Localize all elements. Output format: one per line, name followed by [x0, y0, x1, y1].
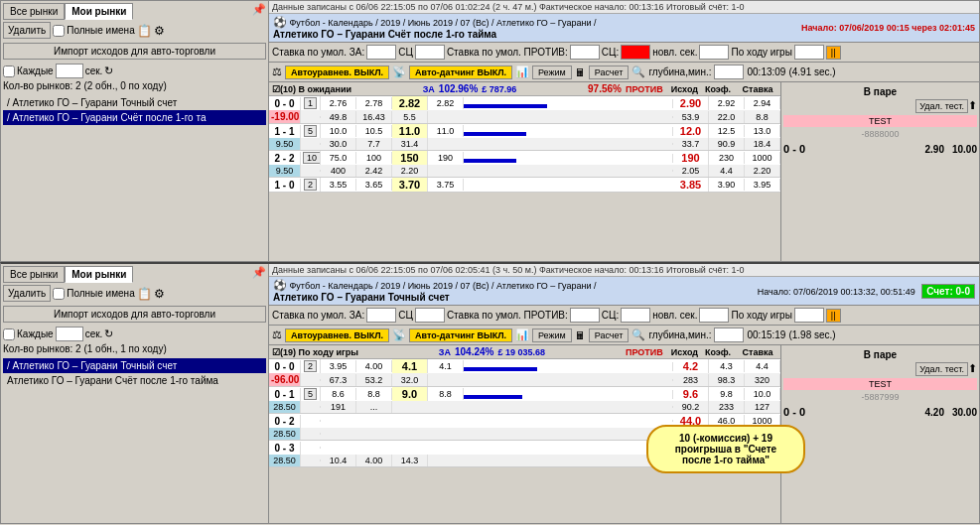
val3-1-1[interactable]: 11.0: [392, 124, 428, 138]
market-item-2-1[interactable]: Атлетико ГО – Гуарани Счёт после 1-го та…: [3, 373, 266, 388]
rval2-2-1[interactable]: 9.8: [709, 388, 745, 400]
val1-2-1[interactable]: 8.6: [321, 388, 356, 400]
rval2-2-0[interactable]: 4.3: [709, 360, 745, 372]
auto-level-btn-2[interactable]: Автоуравнев. ВЫКЛ.: [285, 328, 389, 342]
rval3-2-1[interactable]: 10.0: [745, 388, 780, 400]
sc-input-2[interactable]: 20.00: [415, 308, 445, 323]
sub-empty-1-2: [301, 170, 321, 172]
rval3-2-0[interactable]: 4.4: [745, 360, 780, 372]
rval2-1-3[interactable]: 3.90: [709, 179, 745, 191]
rval2-1-2[interactable]: 230: [709, 152, 745, 164]
pause-btn-1[interactable]: ||: [826, 46, 841, 60]
val1-1-0[interactable]: 2.76: [321, 97, 356, 109]
tab-all-markets-1[interactable]: Все рынки: [3, 3, 65, 20]
sc-protiv-input-2[interactable]: 20.00: [621, 308, 650, 323]
protiv-input-2[interactable]: 4.00: [570, 308, 600, 323]
del-test-btn-1[interactable]: Удал. тест.: [915, 99, 968, 113]
val1-1-1[interactable]: 10.0: [321, 125, 356, 137]
depth-input-2[interactable]: 10.00: [714, 328, 744, 342]
val2-1-1[interactable]: 10.5: [356, 125, 392, 137]
row-sub-1-2: 9.50 400 2.42 2.20 2.05 4.4 2.20: [269, 165, 780, 177]
val1-1-3[interactable]: 3.55: [321, 179, 356, 191]
stake-za-input-1[interactable]: 4.00: [366, 45, 396, 60]
val3-1-2[interactable]: 150: [392, 151, 428, 165]
fullnames-check-2[interactable]: [53, 288, 65, 300]
icon-copy-2[interactable]: 📋: [137, 287, 152, 301]
import-btn-1[interactable]: Импорт исходов для авто-торговли: [3, 43, 266, 60]
market-item-2-0[interactable]: / Атлетико ГО – Гуарани Точный счет: [3, 358, 266, 373]
market-item-1-1[interactable]: / Атлетико ГО – Гуарани Счёт после 1-го …: [3, 110, 266, 125]
val1-1-2[interactable]: 75.0: [321, 152, 356, 164]
val2-2-0[interactable]: 4.00: [356, 360, 392, 372]
sub1-2-0: 67.3: [321, 374, 356, 386]
rval1-1-0[interactable]: 2.90: [673, 96, 709, 110]
refresh-icon-2[interactable]: ↻: [104, 328, 113, 340]
sc-input-1[interactable]: 20.00: [415, 45, 445, 60]
mode-btn-1[interactable]: Режим: [532, 66, 572, 79]
refresh-icon-1[interactable]: ↻: [104, 65, 113, 77]
match-hdr-right-2: Начало: 07/06/2019 00:13:32, 00:51:49 Сч…: [758, 286, 975, 297]
rval1-1-2[interactable]: 190: [673, 151, 709, 165]
del-test-btn-2[interactable]: Удал. тест.: [915, 362, 968, 376]
rval3-1-2[interactable]: 1000: [745, 152, 780, 164]
novel-input-1[interactable]: 10.00: [699, 45, 729, 60]
sc-protiv-input-1[interactable]: 20.00: [621, 45, 650, 60]
rval1-2-1[interactable]: 9.6: [673, 387, 709, 401]
val2-2-1[interactable]: 8.8: [356, 388, 392, 400]
icon-cfg-2[interactable]: ⚙: [154, 287, 165, 301]
calc-btn-1[interactable]: Расчет: [589, 66, 630, 79]
check-icon-1[interactable]: ☑: [272, 84, 280, 94]
fullnames-check-1[interactable]: [53, 25, 65, 37]
novel-input-2[interactable]: 5.00: [699, 308, 729, 323]
val2-1-2[interactable]: 100: [356, 152, 392, 164]
rpanel-stake-1: 10.00: [952, 144, 977, 155]
delete-btn-1[interactable]: Удалить: [3, 22, 51, 39]
auto-dating-btn-2[interactable]: Авто-датчинг ВЫКЛ.: [409, 328, 512, 342]
tab-all-markets-2[interactable]: Все рынки: [3, 266, 65, 283]
val2-1-3[interactable]: 3.65: [356, 179, 392, 191]
market-item-1-0[interactable]: / Атлетико ГО – Гуарани Точный счет: [3, 95, 266, 110]
rval1-2-0[interactable]: 4.2: [673, 359, 709, 373]
mode-btn-2[interactable]: Режим: [532, 328, 572, 342]
check-icon-2[interactable]: ☑: [272, 347, 280, 357]
val1-2-0[interactable]: 3.95: [321, 360, 356, 372]
val3-2-1[interactable]: 9.0: [392, 387, 428, 401]
val3-1-0[interactable]: 2.82: [392, 96, 428, 110]
sub-blue-2-3: 28.50: [269, 455, 301, 466]
icon-copy-1[interactable]: 📋: [137, 24, 152, 38]
pin-icon-1[interactable]: 📌: [252, 3, 266, 20]
stake-za-input-2[interactable]: 4.00: [366, 308, 396, 323]
rval1-1-1[interactable]: 12.0: [673, 124, 709, 138]
import-btn-2[interactable]: Импорт исходов для авто-торговли: [3, 306, 266, 323]
expand-icon-1[interactable]: ⬆: [968, 99, 977, 113]
auto-dating-btn-1[interactable]: Авто-датчинг ВЫКЛ.: [409, 66, 512, 79]
pause-btn-2[interactable]: ||: [826, 309, 841, 323]
game-input-1[interactable]: 2.00: [794, 45, 824, 60]
pin-icon-2[interactable]: 📌: [252, 266, 266, 283]
every-label-2: Каждые: [3, 328, 54, 340]
rval1-1-3[interactable]: 3.85: [673, 178, 709, 192]
rval2-1-0[interactable]: 2.92: [709, 97, 745, 109]
tab-my-markets-2[interactable]: Мои рынки: [65, 266, 133, 283]
rval2-1-1[interactable]: 12.5: [709, 125, 745, 137]
delete-btn-2[interactable]: Удалить: [3, 285, 51, 302]
protiv-input-1[interactable]: 10.00: [570, 45, 600, 60]
depth-input-1[interactable]: 10.00: [714, 65, 744, 79]
tab-my-markets-1[interactable]: Мои рынки: [65, 3, 133, 20]
iskhod-label-1: Исход: [671, 84, 698, 94]
expand-icon-2[interactable]: ⬆: [968, 362, 977, 376]
auto-level-btn-1[interactable]: Автоуравнев. ВЫКЛ.: [285, 66, 389, 79]
every-check-1[interactable]: [3, 66, 15, 77]
val3-2-0[interactable]: 4.1: [392, 359, 428, 373]
val3-1-3[interactable]: 3.70: [392, 178, 428, 192]
every-input-2[interactable]: 5.0: [56, 327, 83, 341]
icon-cfg-1[interactable]: ⚙: [154, 24, 165, 38]
rval3-1-3[interactable]: 3.95: [745, 179, 780, 191]
every-input-1[interactable]: 5.0: [56, 64, 83, 78]
calc-btn-2[interactable]: Расчет: [589, 328, 630, 342]
val2-1-0[interactable]: 2.78: [356, 97, 392, 109]
every-check-2[interactable]: [3, 328, 15, 340]
rval3-1-0[interactable]: 2.94: [745, 97, 780, 109]
rval3-1-1[interactable]: 13.0: [745, 125, 780, 137]
game-input-2[interactable]: 2.00: [794, 308, 824, 323]
